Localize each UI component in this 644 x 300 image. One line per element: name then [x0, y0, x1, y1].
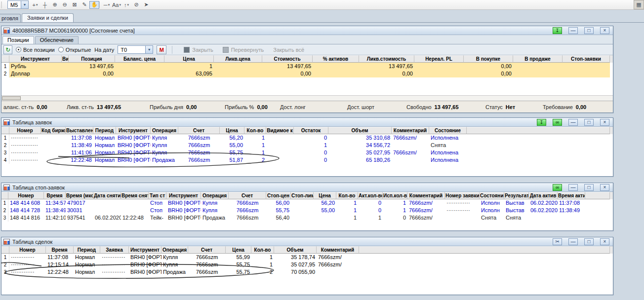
column-header[interactable]: Время	[44, 192, 66, 199]
column-header[interactable]: Заявка	[100, 246, 129, 254]
column-header[interactable]: Состояни	[480, 192, 504, 199]
close-button[interactable]: ×	[600, 119, 609, 126]
maximize-button[interactable]: □	[584, 27, 594, 34]
pencil-icon[interactable]: ✎	[80, 1, 89, 9]
cursor-icon[interactable]: ➤	[141, 1, 151, 9]
anchor-button[interactable]: ↧	[537, 119, 546, 126]
column-header[interactable]	[1, 55, 9, 63]
column-header[interactable]: Нереал. PL	[414, 55, 464, 63]
maximize-button[interactable]: □	[584, 184, 594, 191]
zoom-out-icon[interactable]: ⊖	[60, 1, 70, 9]
stop-orders-titlebar[interactable]: Таблица стоп-заявок ∞ — □ ×	[1, 183, 613, 192]
zoom-in-icon[interactable]: ⊕	[50, 1, 60, 9]
column-header[interactable]	[1, 127, 9, 134]
horizontal-scrollbar[interactable]	[1, 95, 613, 101]
column-header[interactable]: Ликв.цена	[214, 55, 262, 63]
column-header[interactable]: Инструмент	[166, 192, 201, 199]
reverse-position-button[interactable]: Перевернуть	[223, 47, 264, 53]
crosshair-icon[interactable]: ┼	[40, 1, 50, 9]
tab-collateral[interactable]: Обеспечение	[35, 36, 79, 44]
column-header[interactable]: % активов	[313, 55, 359, 63]
column-header[interactable]: Инструмент	[9, 55, 62, 63]
column-header[interactable]: Кол-во	[244, 127, 266, 134]
maximize-button[interactable]: □	[584, 238, 594, 245]
column-header[interactable]: Номер	[9, 246, 46, 254]
tab-zayavki-i-sdelki[interactable]: Заявки и сделки	[22, 13, 74, 23]
minimize-button[interactable]: —	[568, 119, 578, 126]
column-header[interactable]	[467, 127, 610, 134]
table-row[interactable]: 1·············11:37:08Нормал············…	[1, 254, 613, 261]
column-header[interactable]: Период	[74, 246, 100, 254]
table-row[interactable]: 2Доллар0,0063,0950,000,000,00	[1, 70, 613, 77]
column-header[interactable]: Баланс. цена	[115, 55, 164, 63]
column-header[interactable]: Комментарий	[407, 192, 445, 199]
column-header[interactable]: Цена	[220, 127, 244, 134]
radio-open-positions[interactable]: Открытые	[58, 47, 91, 53]
radio-all-positions[interactable]: Все позиции	[16, 47, 55, 53]
column-header[interactable]: Операция	[161, 246, 188, 254]
close-button[interactable]: ×	[600, 238, 609, 245]
eraser-icon[interactable]: ⊠	[70, 1, 80, 9]
column-header[interactable]: Счет	[229, 192, 266, 199]
chevron-down-icon[interactable]: ▼	[21, 1, 28, 8]
date-select[interactable]: T0 ▼	[118, 45, 153, 54]
tab-positions[interactable]: Позиции	[2, 36, 34, 44]
column-header[interactable]: Дата сняти	[93, 192, 121, 199]
dock-panel-icon[interactable]: ▦	[634, 0, 644, 9]
refresh-button[interactable]: ↻	[3, 45, 12, 54]
column-header[interactable]: Период	[93, 127, 116, 134]
column-header[interactable]: Время (мкс	[66, 192, 93, 199]
link-button[interactable]: ∞	[553, 184, 562, 191]
column-header[interactable]: Позиция	[69, 55, 115, 63]
column-header[interactable]: Ликв.стоимость	[359, 55, 414, 63]
column-header[interactable]: Время	[46, 246, 74, 254]
table-row[interactable]: 2···············11:38:49НормалBRH0 [ФОРТ…	[1, 142, 613, 149]
table-row[interactable]: 3···············11:41:06НормалBRH0 [ФОРТ…	[1, 149, 613, 156]
column-header[interactable]	[359, 246, 610, 254]
column-header[interactable]: В покупке	[464, 55, 513, 63]
column-header[interactable]: Инструмент	[129, 246, 161, 254]
column-header[interactable]: Цена	[314, 192, 336, 199]
column-header[interactable]: Операция	[201, 192, 229, 199]
column-header[interactable]: Кол-во	[251, 246, 274, 254]
chevron-down-icon[interactable]: ▼	[145, 46, 153, 53]
column-header[interactable]: Инструмент	[116, 127, 151, 134]
column-header[interactable]: Кол-во	[336, 192, 358, 199]
orders-titlebar[interactable]: Таблица заявок ↧ ∞ — □ ×	[1, 118, 613, 127]
column-header[interactable]: Время снят	[121, 192, 149, 199]
margin-button[interactable]: M	[157, 45, 166, 54]
column-header[interactable]: Операция	[151, 127, 178, 134]
column-header[interactable]: Тип ст	[149, 192, 166, 199]
column-header[interactable]: Номер заявки	[445, 192, 480, 199]
close-button[interactable]: ×	[600, 27, 609, 34]
add-object-icon[interactable]: +▾	[30, 1, 40, 9]
minimize-button[interactable]: —	[568, 184, 578, 191]
column-header[interactable]: Стоимость	[262, 55, 313, 63]
account-titlebar[interactable]: 480088R5BB7 MC0061900000 [Состояние счет…	[1, 26, 613, 35]
column-header[interactable]: Объем	[274, 246, 317, 254]
column-header[interactable]: Номер	[9, 127, 41, 134]
column-header[interactable]: Счет	[178, 127, 220, 134]
close-button[interactable]: ×	[600, 184, 609, 191]
table-row[interactable]: 4···············12:22:48НормалBRH0 [ФОРТ…	[1, 156, 613, 164]
minimize-button[interactable]: —	[568, 27, 578, 34]
column-header[interactable]: Стоп-лим	[291, 192, 314, 199]
close-position-button[interactable]: Закрыть	[184, 47, 213, 53]
minimize-button[interactable]: —	[568, 238, 578, 245]
table-row[interactable]: 1···············11:37:08НормалBRH0 [ФОРТ…	[1, 134, 613, 142]
column-header[interactable]	[1, 246, 9, 254]
column-header[interactable]: Объем	[328, 127, 392, 134]
table-row[interactable]: 1Рубль13 497,65113 497,6513 497,650,00	[1, 63, 613, 70]
line-tool-icon[interactable]: ─▾	[102, 1, 112, 9]
arrow-tool-icon[interactable]: ↑▾	[121, 1, 131, 9]
tab-torgovlya[interactable]: рговля	[0, 14, 21, 23]
column-header[interactable]: Счет	[188, 246, 226, 254]
column-header[interactable]: Дата актив	[529, 192, 558, 199]
text-tool-icon[interactable]: Aa▾	[112, 1, 121, 9]
close-all-button[interactable]: Закрыть всё	[273, 47, 304, 53]
column-header[interactable]: Стоп-цен	[266, 192, 291, 199]
column-header[interactable]: Видимое к	[266, 127, 294, 134]
column-header[interactable]: Цена	[164, 55, 214, 63]
column-header[interactable]: Состояние	[429, 127, 467, 134]
table-row[interactable]: 2148 414 72811:38:4930031СтопBRH0 [ФОРТС…	[1, 207, 613, 214]
